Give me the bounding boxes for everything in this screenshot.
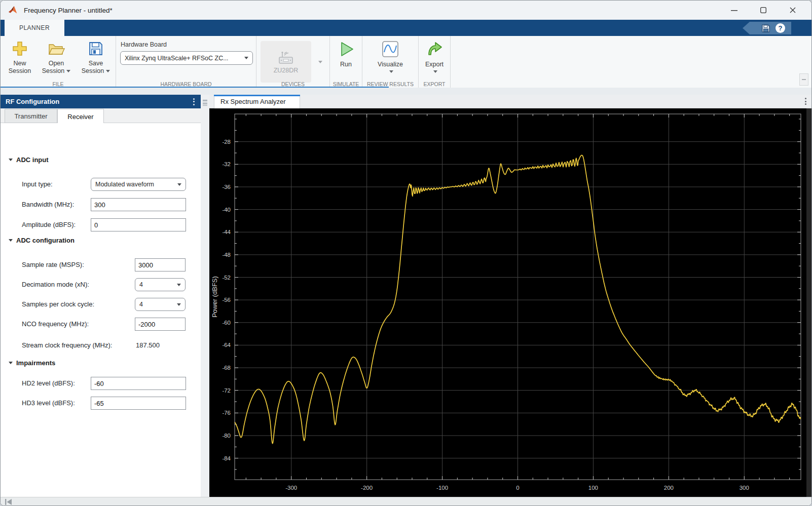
section-label-export: EXPORT — [419, 81, 450, 87]
maximize-button[interactable] — [749, 1, 778, 20]
svg-text:-56: -56 — [222, 297, 231, 303]
open-session-button[interactable]: Open Session — [36, 36, 77, 75]
rf-configuration-header: RF Configuration — [1, 95, 201, 108]
tab-transmitter[interactable]: Transmitter — [5, 109, 57, 123]
export-dropdown-icon[interactable] — [433, 70, 437, 73]
quick-save-icon[interactable] — [761, 24, 770, 33]
svg-text:-52: -52 — [222, 275, 231, 281]
section-header-impairments[interactable]: Impairments — [9, 359, 55, 367]
ribbon-overflow-button[interactable] — [799, 73, 808, 86]
svg-text:-44: -44 — [222, 229, 231, 235]
svg-text:-60: -60 — [222, 320, 231, 326]
section-title: Impairments — [16, 359, 55, 367]
nco-frequency-input[interactable] — [135, 318, 186, 331]
scroll-gutter[interactable] — [806, 108, 811, 497]
samples-per-clock-dropdown[interactable]: 4 — [135, 298, 186, 311]
document-tab-bar: Rx Spectrum Analyzer — [209, 95, 811, 108]
panel-menu-icon[interactable] — [193, 98, 195, 105]
ribbon-section-review-results: Visualize REVIEW RESULTS — [362, 36, 419, 88]
save-session-button[interactable]: Save Session — [77, 36, 115, 75]
tab-receiver[interactable]: Receiver — [57, 109, 104, 124]
minimize-icon — [731, 7, 737, 14]
section-header-adc-configuration[interactable]: ADC configuration — [9, 237, 75, 244]
svg-text:-68: -68 — [222, 365, 231, 371]
open-session-label-line2: Session — [42, 67, 64, 74]
bandwidth-label: Bandwidth (MHz): — [22, 198, 74, 211]
export-label: Export — [425, 61, 444, 68]
export-arrow-icon — [426, 41, 443, 58]
export-button[interactable]: Export — [419, 36, 450, 73]
help-icon[interactable]: ? — [776, 23, 785, 33]
input-type-dropdown[interactable]: Modulated waveform — [91, 178, 186, 191]
save-session-label-line1: Save — [89, 60, 103, 67]
decimation-mode-dropdown[interactable]: 4 — [135, 278, 186, 291]
main-area: RF Configuration Transmitter Receiver AD… — [1, 88, 811, 497]
app-window: Frequency Planner - untitled* PLANNER ? — [0, 0, 812, 506]
device-dropdown-icon — [318, 61, 322, 63]
new-session-plus-icon — [12, 41, 28, 57]
device-zu28dr-button[interactable]: ZU28DR — [261, 41, 311, 83]
stream-clock-value: 187.500 — [136, 339, 160, 352]
hardware-board-combo-value: Xilinx Zynq UltraScale+ RFSoC ZC... — [125, 55, 241, 62]
close-button[interactable] — [778, 1, 807, 20]
device-radio-icon — [277, 50, 294, 65]
open-folder-icon — [48, 41, 65, 57]
run-button[interactable]: Run — [330, 36, 362, 68]
device-dropdown-button[interactable] — [313, 41, 327, 83]
visualize-label: Visualize — [378, 61, 403, 68]
decimation-mode-label: Decimation mode (xN): — [22, 278, 89, 291]
samples-per-clock-arrow-icon — [177, 303, 181, 306]
panel-splitter[interactable] — [201, 95, 209, 497]
hd3-level-input[interactable] — [91, 397, 186, 410]
spectrum-plot: -300-200-1000100200300-28-32-36-40-44-48… — [209, 108, 812, 497]
svg-text:-300: -300 — [285, 485, 297, 491]
hd2-level-label: HD2 level (dBFS): — [22, 377, 75, 390]
save-floppy-icon — [88, 41, 104, 57]
hardware-board-combo[interactable]: Xilinx Zynq UltraScale+ RFSoC ZC... — [120, 51, 253, 65]
samples-per-clock-value: 4 — [139, 301, 174, 308]
document-panel: Rx Spectrum Analyzer -300-200-1000100200… — [209, 95, 811, 497]
ribbon-section-hardware-board: Hardware Board Xilinx Zynq UltraScale+ R… — [116, 36, 256, 88]
hardware-board-field-label: Hardware Board — [121, 41, 256, 48]
visualize-button[interactable]: Visualize — [362, 36, 418, 73]
skip-to-start-icon[interactable] — [5, 499, 13, 505]
document-menu-icon[interactable] — [805, 98, 806, 105]
ribbon-section-simulate: Run SIMULATE — [330, 36, 362, 88]
svg-text:100: 100 — [588, 485, 598, 491]
visualize-dropdown-icon[interactable] — [389, 70, 393, 73]
sample-rate-input[interactable] — [135, 258, 186, 271]
save-session-label-line2: Session — [82, 67, 104, 74]
svg-text:300: 300 — [740, 485, 749, 491]
tab-rx-spectrum-analyzer[interactable]: Rx Spectrum Analyzer — [214, 95, 300, 108]
open-session-dropdown-icon[interactable] — [66, 70, 70, 72]
run-label: Run — [340, 61, 352, 68]
samples-per-clock-label: Samples per clock cycle: — [22, 298, 94, 311]
save-session-dropdown-icon[interactable] — [106, 70, 110, 72]
open-session-label-line1: Open — [49, 60, 64, 67]
input-type-dropdown-arrow-icon — [177, 183, 181, 186]
input-type-label: Input type: — [22, 178, 53, 191]
stream-clock-label: Stream clock frequency (MHz): — [22, 339, 112, 352]
svg-text:-200: -200 — [361, 485, 373, 491]
hd2-level-input[interactable] — [91, 377, 186, 390]
svg-text:-72: -72 — [222, 387, 231, 394]
input-type-value: Modulated waveform — [95, 181, 174, 188]
collapse-triangle-icon — [9, 362, 13, 364]
svg-text:200: 200 — [664, 485, 674, 491]
spectrum-plot-area: -300-200-1000100200300-28-32-36-40-44-48… — [209, 108, 811, 497]
svg-text:-76: -76 — [222, 410, 231, 416]
amplitude-label: Amplitude (dBFS): — [22, 218, 76, 231]
svg-text:Power (dBFS): Power (dBFS) — [211, 276, 218, 318]
section-title: ADC configuration — [16, 237, 75, 244]
new-session-button[interactable]: New Session — [4, 36, 36, 75]
amplitude-input[interactable] — [91, 218, 186, 231]
svg-text:-64: -64 — [222, 342, 231, 348]
minimize-button[interactable] — [719, 1, 749, 20]
tab-planner[interactable]: PLANNER — [5, 20, 64, 36]
svg-text:-48: -48 — [222, 252, 231, 258]
decimation-mode-value: 4 — [139, 281, 174, 288]
window-title: Frequency Planner - untitled* — [24, 7, 113, 14]
section-header-adc-input[interactable]: ADC input — [9, 156, 49, 164]
sample-rate-label: Sample rate (MSPS): — [22, 258, 84, 271]
bandwidth-input[interactable] — [91, 198, 186, 211]
